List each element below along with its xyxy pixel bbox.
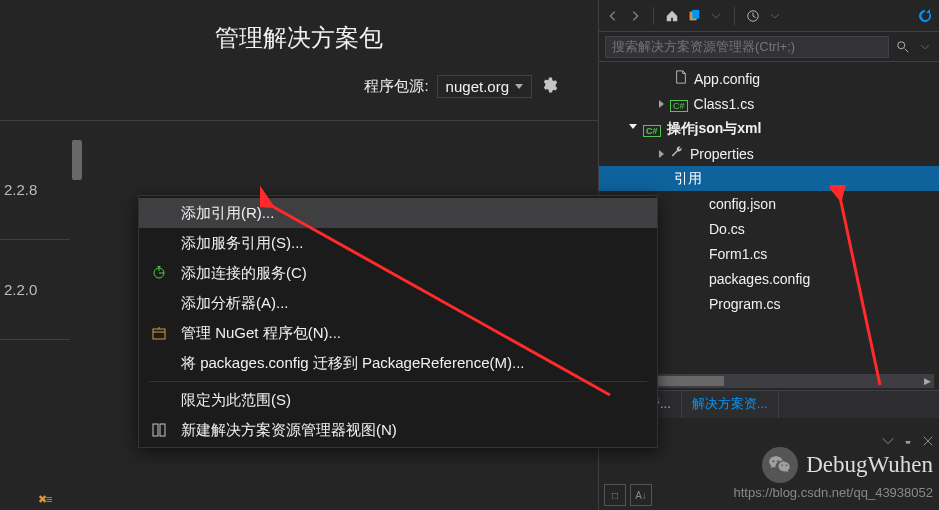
- menu-item-icon: [149, 203, 169, 223]
- menu-item-label: 限定为此范围(S): [181, 391, 291, 410]
- tab-solution[interactable]: 解决方案资...: [682, 391, 779, 418]
- tree-item-label: Do.cs: [709, 221, 745, 237]
- file-icon: [674, 70, 688, 87]
- cs-icon: C#: [670, 96, 688, 112]
- tree-item[interactable]: App.config: [599, 66, 939, 91]
- expand-icon[interactable]: [659, 150, 664, 158]
- scrollbar[interactable]: [72, 140, 82, 180]
- expand-icon[interactable]: [659, 100, 664, 108]
- misc-icons: □ A↓: [604, 484, 652, 506]
- menu-item-icon: [149, 293, 169, 313]
- home-icon[interactable]: [664, 8, 680, 24]
- menu-item-icon: [149, 353, 169, 373]
- svg-point-3: [898, 41, 905, 48]
- dropdown-icon[interactable]: [708, 8, 724, 24]
- explorer-toolbar: [599, 0, 939, 32]
- pin-controls: [881, 434, 935, 448]
- search-input[interactable]: [605, 36, 889, 58]
- watermark: DebugWuhen https://blog.csdn.net/qq_4393…: [734, 447, 934, 500]
- menu-item-label: 添加连接的服务(C): [181, 264, 307, 283]
- sync-icon[interactable]: [686, 8, 702, 24]
- svg-rect-1: [692, 9, 699, 18]
- back-icon[interactable]: [605, 8, 621, 24]
- menu-item[interactable]: 将 packages.config 迁移到 PackageReference(M…: [139, 348, 657, 378]
- tree-item[interactable]: C#操作json与xml: [599, 116, 939, 141]
- menu-item-label: 新建解决方案资源管理器视图(N): [181, 421, 397, 440]
- menu-item-label: 添加引用(R)...: [181, 204, 274, 223]
- gear-icon[interactable]: [540, 76, 558, 97]
- dropdown-icon[interactable]: [881, 434, 895, 448]
- tree-item-label: Properties: [690, 146, 754, 162]
- watermark-name: DebugWuhen: [806, 452, 933, 478]
- menu-item-label: 管理 NuGet 程序包(N)...: [181, 324, 341, 343]
- misc-icon[interactable]: □: [604, 484, 626, 506]
- page-title: 管理解决方案包: [0, 22, 598, 54]
- watermark-url: https://blog.csdn.net/qq_43938052: [734, 485, 934, 500]
- svg-rect-6: [153, 424, 158, 436]
- collapse-icon[interactable]: [629, 124, 637, 133]
- menu-item[interactable]: 添加引用(R)...: [139, 198, 657, 228]
- misc-icon[interactable]: A↓: [630, 484, 652, 506]
- wrench-icon: [670, 145, 684, 162]
- tree-item-label: 引用: [674, 170, 702, 188]
- dropdown-icon[interactable]: [917, 39, 933, 55]
- csproj-icon: C#: [643, 121, 661, 137]
- tree-item-label: Program.cs: [709, 296, 781, 312]
- chevron-down-icon: [515, 84, 523, 89]
- menu-item-icon: [149, 420, 169, 440]
- source-value: nuget.org: [446, 78, 509, 95]
- source-dropdown[interactable]: nuget.org: [437, 75, 532, 98]
- menu-item-label: 添加分析器(A)...: [181, 294, 289, 313]
- source-label: 程序包源:: [364, 77, 428, 96]
- close-icon[interactable]: [921, 434, 935, 448]
- version-cell: 2.2.0: [0, 240, 70, 340]
- wechat-icon: [762, 447, 798, 483]
- tree-item-label: packages.config: [709, 271, 810, 287]
- warning-icon: ✖≡: [38, 493, 51, 506]
- version-cell: 2.2.8: [0, 140, 70, 240]
- menu-item-icon: [149, 263, 169, 283]
- history-icon[interactable]: [745, 8, 761, 24]
- scroll-right-arrow[interactable]: ▶: [920, 374, 934, 388]
- menu-item-icon: [149, 323, 169, 343]
- refresh-icon[interactable]: [917, 8, 933, 24]
- menu-item[interactable]: 添加服务引用(S)...: [139, 228, 657, 258]
- menu-item-icon: [149, 390, 169, 410]
- forward-icon[interactable]: [627, 8, 643, 24]
- tree-item-label: config.json: [709, 196, 776, 212]
- tree-item-label: Form1.cs: [709, 246, 767, 262]
- menu-item[interactable]: 添加连接的服务(C): [139, 258, 657, 288]
- tree-item-label: 操作json与xml: [667, 120, 762, 138]
- context-menu: 添加引用(R)...添加服务引用(S)...添加连接的服务(C)添加分析器(A)…: [138, 195, 658, 448]
- tree-item[interactable]: Properties: [599, 141, 939, 166]
- tree-item[interactable]: 引用: [599, 166, 939, 191]
- search-icon[interactable]: [895, 39, 911, 55]
- divider: [0, 120, 598, 121]
- menu-item[interactable]: 限定为此范围(S): [139, 385, 657, 415]
- menu-item-icon: [149, 233, 169, 253]
- menu-item[interactable]: 添加分析器(A)...: [139, 288, 657, 318]
- dropdown-icon[interactable]: [767, 8, 783, 24]
- pin-icon[interactable]: [901, 434, 915, 448]
- status-icons: ✖≡: [38, 493, 51, 506]
- tree-item[interactable]: C#Class1.cs: [599, 91, 939, 116]
- menu-separator: [149, 381, 647, 382]
- svg-rect-7: [160, 424, 165, 436]
- tree-item-label: App.config: [694, 71, 760, 87]
- menu-item[interactable]: 新建解决方案资源管理器视图(N): [139, 415, 657, 445]
- tree-item-label: Class1.cs: [694, 96, 755, 112]
- menu-item-label: 将 packages.config 迁移到 PackageReference(M…: [181, 354, 524, 373]
- menu-item-label: 添加服务引用(S)...: [181, 234, 304, 253]
- menu-item[interactable]: 管理 NuGet 程序包(N)...: [139, 318, 657, 348]
- svg-rect-5: [153, 329, 165, 339]
